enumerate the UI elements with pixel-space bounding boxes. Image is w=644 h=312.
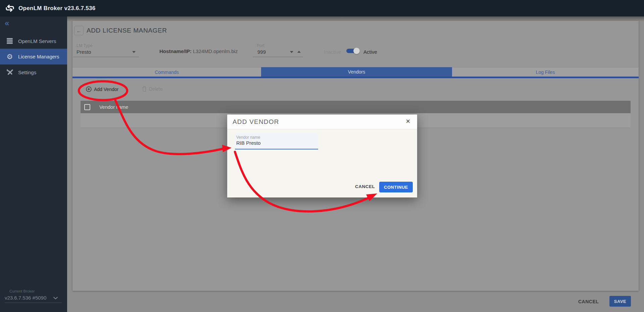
- toggle-on-label: Active: [363, 49, 377, 55]
- app-title: OpenLM Broker v23.6.7.536: [18, 5, 96, 12]
- port-decrement-icon[interactable]: [290, 51, 293, 53]
- top-bar: OpenLM Broker v23.6.7.536: [0, 0, 644, 16]
- delete-button[interactable]: Delete: [142, 86, 162, 92]
- port-increment-icon[interactable]: [297, 51, 301, 53]
- hostname-value: L324MD.openlm.biz: [192, 48, 238, 54]
- gear-icon: ⚙: [6, 53, 13, 60]
- add-vendor-label: Add Vendor: [94, 87, 118, 92]
- hostname-label: Hostname/IP:: [159, 48, 192, 54]
- servers-icon: [6, 38, 13, 44]
- cancel-button[interactable]: CANCEL: [578, 299, 599, 304]
- info-icon: [158, 29, 162, 34]
- tab-log-files[interactable]: Log Files: [452, 67, 639, 77]
- trash-icon: [142, 86, 147, 92]
- continue-label: CONTINUE: [384, 185, 408, 190]
- chevron-down-icon[interactable]: [53, 297, 58, 300]
- tab-commands[interactable]: Commands: [72, 67, 261, 77]
- current-broker-label: Current Broker: [9, 289, 35, 293]
- lm-type-label: LM Type: [77, 43, 93, 48]
- lm-type-dropdown-icon[interactable]: [132, 51, 136, 53]
- current-broker-select[interactable]: v23.6.7.536 #5090: [5, 295, 46, 301]
- sidebar: « OpenLM Servers ⚙ License Managers: [0, 16, 67, 312]
- save-button[interactable]: SAVE: [609, 296, 631, 307]
- active-toggle-knob[interactable]: [353, 48, 360, 54]
- select-all-checkbox[interactable]: [84, 104, 90, 110]
- table-header-row: Vendor name: [81, 101, 631, 113]
- hostname-field: Hostname/IP: L324MD.openlm.biz: [159, 48, 238, 54]
- vendor-name-input[interactable]: [236, 140, 316, 146]
- close-icon[interactable]: ✕: [406, 118, 410, 125]
- column-header-vendor-name: Vendor name: [99, 104, 128, 110]
- collapse-sidebar-icon[interactable]: «: [5, 18, 9, 28]
- back-button[interactable]: ←: [74, 26, 84, 35]
- dialog-cancel-button[interactable]: CANCEL: [355, 184, 375, 189]
- vendor-name-label: Vendor name: [236, 135, 260, 140]
- tools-icon: [6, 69, 13, 76]
- back-arrow-icon: ←: [77, 28, 82, 34]
- port-label: Port: [257, 43, 264, 48]
- add-vendor-button[interactable]: Add Vendor: [86, 86, 118, 92]
- vendor-name-field[interactable]: Vendor name: [235, 133, 318, 149]
- dialog-header: ADD VENDOR ✕: [227, 115, 417, 129]
- lm-type-underline: [73, 57, 139, 57]
- sidebar-item-label: Settings: [18, 70, 36, 75]
- port-input[interactable]: 999: [257, 49, 266, 55]
- openlm-broker-app: OpenLM Broker v23.6.7.536 « OpenLM Serve…: [0, 0, 644, 312]
- toggle-off-label: Inactive: [324, 49, 341, 55]
- page-title: ADD LICENSE MANAGER: [87, 27, 167, 34]
- sidebar-item-settings[interactable]: Settings: [0, 64, 67, 80]
- sidebar-item-label: OpenLM Servers: [18, 38, 56, 44]
- save-label: SAVE: [614, 299, 626, 304]
- tab-vendors[interactable]: Vendors: [261, 67, 452, 77]
- plus-circle-icon: [86, 86, 92, 92]
- sidebar-item-openlm-servers[interactable]: OpenLM Servers: [0, 33, 67, 49]
- sidebar-item-license-managers[interactable]: ⚙ License Managers: [0, 49, 67, 64]
- openlm-logo-icon: [5, 4, 14, 12]
- lm-type-select[interactable]: Presto: [77, 49, 91, 55]
- dialog-title: ADD VENDOR: [233, 118, 279, 126]
- tab-indicator-strip: [72, 77, 639, 78]
- dialog-continue-button[interactable]: CONTINUE: [379, 182, 413, 192]
- sidebar-item-label: License Managers: [18, 54, 59, 59]
- port-underline: [253, 57, 303, 57]
- broker-underline: [5, 303, 62, 303]
- delete-label: Delete: [149, 86, 162, 92]
- add-vendor-dialog: ADD VENDOR ✕ Vendor name CANCEL CONTINUE: [227, 115, 417, 197]
